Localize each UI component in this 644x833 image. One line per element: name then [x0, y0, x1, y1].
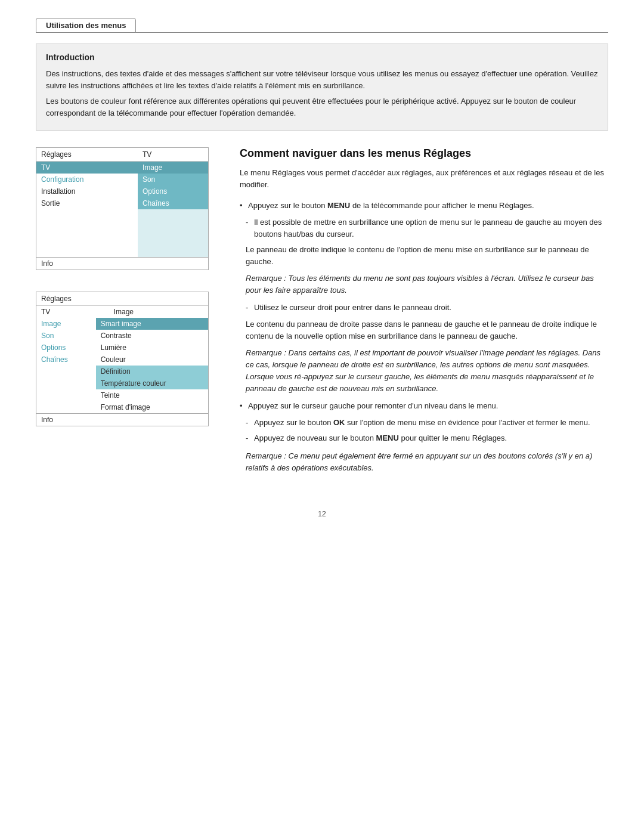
- menu-screenshot-1: Réglages TV TV Image Configuration Son I…: [36, 147, 209, 270]
- dash-2: -: [246, 302, 254, 314]
- table-row: [36, 233, 208, 245]
- section-title: Comment naviguer dans les menus Réglages: [240, 147, 608, 160]
- left-column: Réglages TV TV Image Configuration Son I…: [36, 147, 221, 448]
- menu2-subheader-left: TV: [36, 306, 96, 318]
- panel-note-2: Le contenu du panneau de droite passe da…: [240, 318, 608, 342]
- intro-paragraph2: Les boutons de couleur font référence au…: [46, 95, 598, 119]
- bullet-dot-2: •: [240, 400, 248, 412]
- dash-text-4: Appuyez de nouveau sur le bouton MENU po…: [254, 432, 507, 444]
- menu1-row4-right: Chaînes: [138, 197, 208, 209]
- section-intro: Le menu Réglages vous permet d'accéder a…: [240, 167, 608, 191]
- menu2-row5-left: [36, 366, 96, 377]
- dash-item-3: - Appuyez sur le bouton OK sur l'option …: [240, 417, 608, 429]
- dash-4: -: [246, 432, 254, 444]
- panel-note-1: Le panneau de droite indique le contenu …: [240, 244, 608, 268]
- menu2-info-row: Info: [36, 413, 208, 426]
- menu1-header-left: Réglages: [36, 148, 138, 162]
- table-row: Sortie Chaînes: [36, 197, 208, 209]
- menu1-row7-left: [36, 233, 138, 245]
- menu1-row8-left: [36, 245, 138, 257]
- dash-text-3: Appuyez sur le bouton OK sur l'option de…: [254, 417, 590, 429]
- table-row: Configuration Son: [36, 174, 208, 185]
- italic-note-2: Remarque : Dans certains cas, il est imp…: [240, 347, 608, 395]
- menu1-row2-right: Son: [138, 174, 208, 185]
- menu1-row6-right: [138, 221, 208, 233]
- table-row: [36, 245, 208, 257]
- bullet-item-2: • Appuyez sur le curseur gauche pour rem…: [240, 400, 608, 412]
- dash-1: -: [246, 216, 254, 228]
- page-number: 12: [36, 510, 608, 518]
- menu1-row5-right: [138, 209, 208, 221]
- menu2-row6-right: Température couleur: [96, 377, 208, 389]
- menu2-header-row: Réglages: [36, 292, 208, 306]
- menu2-row7-left: [36, 389, 96, 401]
- table-row: Température couleur: [36, 377, 208, 389]
- bullet-item-1: • Appuyez sur le bouton MENU de la téléc…: [240, 200, 608, 212]
- menu1-row8-right: [138, 245, 208, 257]
- menu2-row4-right: Couleur: [96, 354, 208, 366]
- bullet-text-2: Appuyez sur le curseur gauche pour remon…: [248, 400, 498, 412]
- dash-text-2: Utilisez le curseur droit pour entrer da…: [254, 302, 451, 314]
- right-column: Comment naviguer dans les menus Réglages…: [240, 147, 608, 481]
- table-row: Image Smart image: [36, 318, 208, 330]
- table-row: Installation Options: [36, 185, 208, 197]
- menu1-header-row: Réglages TV: [36, 148, 208, 162]
- menu1-row1-right: Image: [138, 162, 208, 174]
- table-row: Chaînes Couleur: [36, 354, 208, 366]
- menu2-row6-left: [36, 377, 96, 389]
- menu2-row4-left: Chaînes: [36, 354, 96, 366]
- dash-item-2: - Utilisez le curseur droit pour entrer …: [240, 302, 608, 314]
- table-row: Définition: [36, 366, 208, 377]
- menu-screenshot-2: Réglages TV Image Image Smart image Son …: [36, 292, 209, 426]
- menu2-row7-right: Teinte: [96, 389, 208, 401]
- dash-item-1: - Il est possible de mettre en surbrilla…: [240, 216, 608, 240]
- header-tab: Utilisation des menus: [36, 18, 136, 33]
- menu1-row3-left: Installation: [36, 185, 138, 197]
- menu2-row2-right: Contraste: [96, 330, 208, 342]
- italic-note-3: Remarque : Ce menu peut également être f…: [240, 450, 608, 474]
- menu1-row2-left: Configuration: [36, 174, 138, 185]
- menu1-header-right: TV: [138, 148, 208, 162]
- dash-3: -: [246, 417, 254, 429]
- menu2-row2-left: Son: [36, 330, 96, 342]
- menu2-row1-left: Image: [36, 318, 96, 330]
- menu1-row1-left: TV: [36, 162, 138, 174]
- dash-item-4: - Appuyez de nouveau sur le bouton MENU …: [240, 432, 608, 444]
- menu2-row5-right: Définition: [96, 366, 208, 377]
- menu2-row8-right: Format d'image: [96, 401, 208, 413]
- intro-box: Introduction Des instructions, des texte…: [36, 44, 608, 131]
- menu1-row5-left: [36, 209, 138, 221]
- table-row: TV Image: [36, 306, 208, 318]
- intro-title: Introduction: [46, 51, 598, 64]
- bullet-dot-1: •: [240, 200, 248, 212]
- menu1-row4-left: Sortie: [36, 197, 138, 209]
- table-row: Teinte: [36, 389, 208, 401]
- page-header: Utilisation des menus: [36, 18, 608, 33]
- menu2-subheader-right: Image: [96, 306, 208, 318]
- menu2-row3-left: Options: [36, 342, 96, 354]
- menu1-row7-right: [138, 233, 208, 245]
- menu2-row8-left: [36, 401, 96, 413]
- menu1-row6-left: [36, 221, 138, 233]
- table-row: [36, 209, 208, 221]
- menu2-header-right: [96, 292, 208, 306]
- table-row: TV Image: [36, 162, 208, 174]
- menu2-header-left: Réglages: [36, 292, 96, 306]
- table-row: Options Lumière: [36, 342, 208, 354]
- table-row: Format d'image: [36, 401, 208, 413]
- intro-paragraph1: Des instructions, des textes d'aide et d…: [46, 68, 598, 92]
- content-block-1: • Appuyez sur le bouton MENU de la téléc…: [240, 200, 608, 475]
- menu1-info-row: Info: [36, 257, 208, 270]
- italic-note-1: Remarque : Tous les éléments du menu ne …: [240, 272, 608, 296]
- bullet-text-1: Appuyez sur le bouton MENU de la télécom…: [248, 200, 534, 212]
- dash-text-1: Il est possible de mettre en surbrillanc…: [254, 216, 608, 240]
- table-row: Son Contraste: [36, 330, 208, 342]
- menu2-row1-right: Smart image: [96, 318, 208, 330]
- main-content: Réglages TV TV Image Configuration Son I…: [36, 147, 608, 481]
- menu2-row3-right: Lumière: [96, 342, 208, 354]
- menu1-row3-right: Options: [138, 185, 208, 197]
- table-row: [36, 221, 208, 233]
